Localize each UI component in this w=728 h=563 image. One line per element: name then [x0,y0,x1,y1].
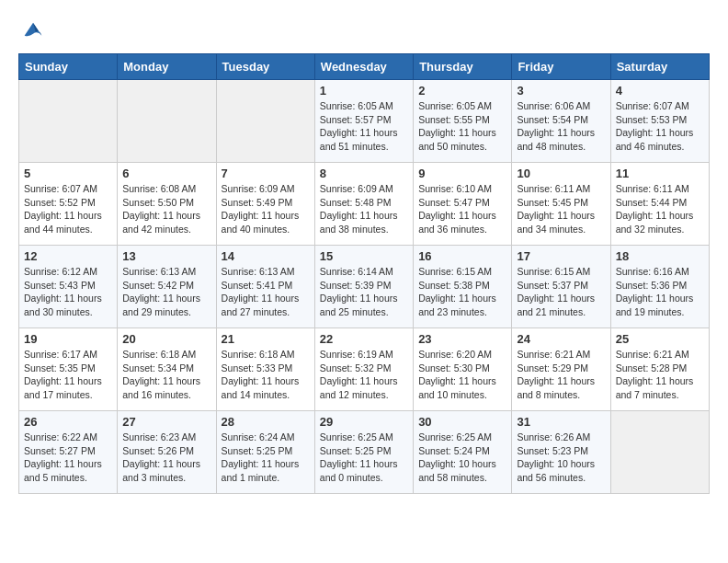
calendar-cell: 27Sunrise: 6:23 AM Sunset: 5:26 PM Dayli… [118,411,216,494]
day-info: Sunrise: 6:20 AM Sunset: 5:30 PM Dayligh… [418,348,506,402]
calendar-cell: 10Sunrise: 6:11 AM Sunset: 5:45 PM Dayli… [512,163,610,246]
day-info: Sunrise: 6:23 AM Sunset: 5:26 PM Dayligh… [122,431,210,485]
day-number: 14 [222,249,310,263]
day-info: Sunrise: 6:22 AM Sunset: 5:27 PM Dayligh… [24,431,112,485]
calendar-cell: 22Sunrise: 6:19 AM Sunset: 5:32 PM Dayli… [314,328,413,411]
day-info: Sunrise: 6:15 AM Sunset: 5:37 PM Dayligh… [517,265,605,319]
day-number: 31 [517,415,605,429]
calendar-cell: 12Sunrise: 6:12 AM Sunset: 5:43 PM Dayli… [19,246,118,328]
day-info: Sunrise: 6:24 AM Sunset: 5:25 PM Dayligh… [222,431,310,485]
day-number: 22 [320,332,408,346]
calendar-cell [19,80,118,163]
day-info: Sunrise: 6:15 AM Sunset: 5:38 PM Dayligh… [418,265,506,319]
calendar-cell: 17Sunrise: 6:15 AM Sunset: 5:37 PM Dayli… [512,246,610,328]
calendar-cell: 21Sunrise: 6:18 AM Sunset: 5:33 PM Dayli… [216,328,314,411]
day-info: Sunrise: 6:25 AM Sunset: 5:25 PM Dayligh… [320,431,408,485]
day-info: Sunrise: 6:09 AM Sunset: 5:48 PM Dayligh… [320,182,408,236]
day-info: Sunrise: 6:13 AM Sunset: 5:41 PM Dayligh… [222,265,310,319]
calendar-cell: 5Sunrise: 6:07 AM Sunset: 5:52 PM Daylig… [19,163,118,246]
day-info: Sunrise: 6:14 AM Sunset: 5:39 PM Dayligh… [320,265,408,319]
weekday-header-friday: Friday [512,54,610,80]
day-info: Sunrise: 6:10 AM Sunset: 5:47 PM Dayligh… [418,182,506,236]
day-number: 30 [418,415,506,429]
calendar-cell: 18Sunrise: 6:16 AM Sunset: 5:36 PM Dayli… [610,246,709,328]
day-info: Sunrise: 6:18 AM Sunset: 5:33 PM Dayligh… [222,348,310,402]
day-number: 4 [616,84,704,98]
day-number: 29 [320,415,408,429]
calendar-cell: 20Sunrise: 6:18 AM Sunset: 5:34 PM Dayli… [118,328,216,411]
weekday-header-sunday: Sunday [19,54,118,80]
day-number: 26 [24,415,112,429]
calendar-cell: 26Sunrise: 6:22 AM Sunset: 5:27 PM Dayli… [19,411,118,494]
day-info: Sunrise: 6:11 AM Sunset: 5:45 PM Dayligh… [517,182,605,236]
day-number: 11 [616,167,704,180]
day-number: 24 [517,332,605,346]
logo [18,18,46,44]
day-number: 15 [320,249,408,263]
calendar-cell: 16Sunrise: 6:15 AM Sunset: 5:38 PM Dayli… [414,246,512,328]
day-number: 6 [122,167,210,180]
day-info: Sunrise: 6:07 AM Sunset: 5:53 PM Dayligh… [616,99,704,154]
calendar-cell: 23Sunrise: 6:20 AM Sunset: 5:30 PM Dayli… [414,328,512,411]
day-number: 3 [517,84,605,98]
calendar-cell: 7Sunrise: 6:09 AM Sunset: 5:49 PM Daylig… [216,163,314,246]
day-info: Sunrise: 6:05 AM Sunset: 5:55 PM Dayligh… [418,99,506,154]
day-info: Sunrise: 6:13 AM Sunset: 5:42 PM Dayligh… [122,265,210,319]
calendar-cell: 1Sunrise: 6:05 AM Sunset: 5:57 PM Daylig… [314,80,413,163]
day-info: Sunrise: 6:25 AM Sunset: 5:24 PM Dayligh… [418,431,506,485]
calendar-cell: 8Sunrise: 6:09 AM Sunset: 5:48 PM Daylig… [314,163,413,246]
calendar-cell: 25Sunrise: 6:21 AM Sunset: 5:28 PM Dayli… [610,328,709,411]
day-number: 2 [418,84,506,98]
day-info: Sunrise: 6:26 AM Sunset: 5:23 PM Dayligh… [517,431,605,485]
calendar-cell: 4Sunrise: 6:07 AM Sunset: 5:53 PM Daylig… [610,80,709,163]
day-info: Sunrise: 6:19 AM Sunset: 5:32 PM Dayligh… [320,348,408,402]
day-number: 21 [222,332,310,346]
day-number: 25 [616,332,704,346]
calendar-cell: 29Sunrise: 6:25 AM Sunset: 5:25 PM Dayli… [314,411,413,494]
day-number: 13 [122,249,210,263]
day-number: 10 [517,167,605,180]
weekday-header-thursday: Thursday [414,54,512,80]
calendar-cell: 15Sunrise: 6:14 AM Sunset: 5:39 PM Dayli… [314,246,413,328]
day-info: Sunrise: 6:18 AM Sunset: 5:34 PM Dayligh… [122,348,210,402]
day-number: 12 [24,249,112,263]
calendar-cell: 11Sunrise: 6:11 AM Sunset: 5:44 PM Dayli… [610,163,709,246]
calendar-table: SundayMondayTuesdayWednesdayThursdayFrid… [18,53,710,494]
day-number: 27 [122,415,210,429]
day-number: 23 [418,332,506,346]
day-info: Sunrise: 6:16 AM Sunset: 5:36 PM Dayligh… [616,265,704,319]
day-number: 18 [616,249,704,263]
weekday-header-tuesday: Tuesday [216,54,314,80]
day-info: Sunrise: 6:21 AM Sunset: 5:29 PM Dayligh… [517,348,605,402]
calendar-cell: 24Sunrise: 6:21 AM Sunset: 5:29 PM Dayli… [512,328,610,411]
day-number: 19 [24,332,112,346]
calendar-cell: 14Sunrise: 6:13 AM Sunset: 5:41 PM Dayli… [216,246,314,328]
day-number: 28 [222,415,310,429]
day-number: 17 [517,249,605,263]
day-info: Sunrise: 6:08 AM Sunset: 5:50 PM Dayligh… [122,182,210,236]
day-number: 5 [24,167,112,180]
day-info: Sunrise: 6:12 AM Sunset: 5:43 PM Dayligh… [24,265,112,319]
day-info: Sunrise: 6:07 AM Sunset: 5:52 PM Dayligh… [24,182,112,236]
day-number: 7 [222,167,310,180]
calendar-cell [118,80,216,163]
calendar-cell: 30Sunrise: 6:25 AM Sunset: 5:24 PM Dayli… [414,411,512,494]
day-info: Sunrise: 6:21 AM Sunset: 5:28 PM Dayligh… [616,348,704,402]
day-number: 1 [320,84,408,98]
day-info: Sunrise: 6:06 AM Sunset: 5:54 PM Dayligh… [517,99,605,154]
logo-icon [20,18,46,44]
calendar-cell [216,80,314,163]
calendar-cell: 13Sunrise: 6:13 AM Sunset: 5:42 PM Dayli… [118,246,216,328]
calendar-cell: 6Sunrise: 6:08 AM Sunset: 5:50 PM Daylig… [118,163,216,246]
day-info: Sunrise: 6:11 AM Sunset: 5:44 PM Dayligh… [616,182,704,236]
day-number: 8 [320,167,408,180]
day-number: 20 [122,332,210,346]
calendar-cell: 19Sunrise: 6:17 AM Sunset: 5:35 PM Dayli… [19,328,118,411]
calendar-cell: 3Sunrise: 6:06 AM Sunset: 5:54 PM Daylig… [512,80,610,163]
calendar-cell: 31Sunrise: 6:26 AM Sunset: 5:23 PM Dayli… [512,411,610,494]
day-number: 9 [418,167,506,180]
day-info: Sunrise: 6:17 AM Sunset: 5:35 PM Dayligh… [24,348,112,402]
day-info: Sunrise: 6:05 AM Sunset: 5:57 PM Dayligh… [320,99,408,154]
day-info: Sunrise: 6:09 AM Sunset: 5:49 PM Dayligh… [222,182,310,236]
calendar-cell: 9Sunrise: 6:10 AM Sunset: 5:47 PM Daylig… [414,163,512,246]
